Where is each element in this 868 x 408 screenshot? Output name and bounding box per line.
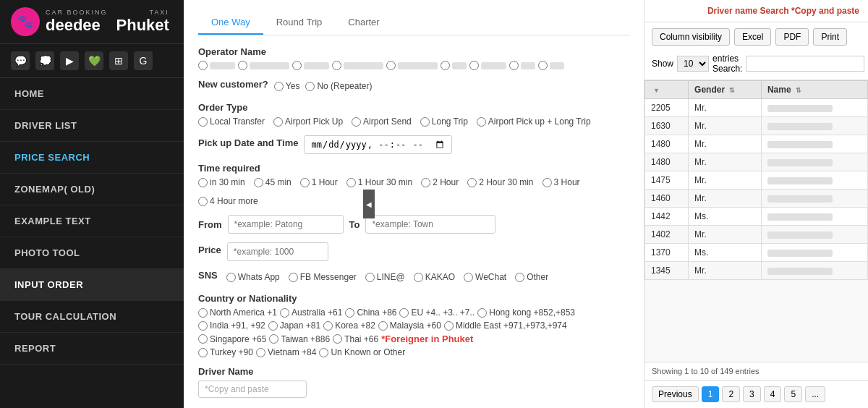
table-row: 1442Ms. <box>645 208 868 226</box>
cell-gender: Mr. <box>689 190 762 208</box>
op-radio-9[interactable] <box>538 61 564 70</box>
op-radio-5[interactable] <box>386 61 438 70</box>
driver-name-input[interactable] <box>198 381 307 398</box>
op-radio-2[interactable] <box>238 61 289 70</box>
time-2hr[interactable]: 2 Hour <box>421 177 459 187</box>
country-taiwan[interactable]: Taiwan +886 <box>269 334 330 344</box>
country-eu[interactable]: EU +4.. +3.. +7.. <box>399 307 475 318</box>
sidebar-item-tour-calculation[interactable]: TOUR CALCULATION <box>0 301 184 333</box>
order-airport-pickup[interactable]: Airport Pick Up <box>273 116 343 127</box>
prev-button[interactable]: Previous <box>652 386 699 402</box>
country-malaysia[interactable]: Malaysia +60 <box>378 320 441 331</box>
page-3-button[interactable]: 3 <box>743 386 761 402</box>
col-sort[interactable]: ▼ <box>645 81 689 99</box>
cell-gender: Ms. <box>689 244 762 262</box>
time-2hr30[interactable]: 2 Hour 30 min <box>467 177 533 187</box>
order-long-trip[interactable]: Long Trip <box>420 116 468 127</box>
page-4-button[interactable]: 4 <box>764 386 782 402</box>
sort-arrow-icon: ▼ <box>653 87 660 94</box>
time-1hr30[interactable]: 1 Hour 30 min <box>346 177 412 187</box>
table-search-input[interactable] <box>746 56 864 72</box>
sns-wechat[interactable]: WeChat <box>464 272 506 282</box>
country-middle-east[interactable]: Middle East +971,+973,+974 <box>444 320 567 331</box>
order-local[interactable]: Local Transfer <box>198 116 265 127</box>
op-radio-6[interactable] <box>441 61 467 70</box>
whatsapp-icon[interactable]: 💬 <box>11 51 30 70</box>
col-gender[interactable]: Gender ⇅ <box>689 81 762 99</box>
country-china[interactable]: China +86 <box>345 307 396 318</box>
messenger-icon[interactable]: 💭 <box>35 51 54 70</box>
price-input[interactable] <box>227 242 328 261</box>
order-airport-long[interactable]: Airport Pick up + Long Trip <box>477 116 591 127</box>
country-thai[interactable]: Thai +66 <box>333 334 378 344</box>
country-australia[interactable]: Australia +61 <box>280 307 342 318</box>
order-airport-send[interactable]: Airport Send <box>352 116 412 127</box>
table-row: 2205Mr. <box>645 99 868 117</box>
time-30min[interactable]: in 30 min <box>198 177 245 187</box>
time-45min[interactable]: 45 min <box>254 177 292 187</box>
wechat-icon[interactable]: 💚 <box>85 51 103 70</box>
time-3hr[interactable]: 3 Hour <box>542 177 580 187</box>
sns-line[interactable]: LINE@ <box>365 272 405 282</box>
op-radio-8[interactable] <box>509 61 535 70</box>
column-visibility-button[interactable]: Column visibility <box>652 28 730 46</box>
entries-select[interactable]: 10 25 50 <box>677 56 709 72</box>
op-radio-1[interactable] <box>198 61 235 70</box>
country-singapore[interactable]: Singapore +65 <box>198 334 266 344</box>
from-to-row: From To <box>198 215 629 234</box>
page-2-button[interactable]: 2 <box>722 386 740 402</box>
sns-whatsapp[interactable]: Whats App <box>226 272 280 282</box>
cell-gender: Mr. <box>689 262 762 280</box>
new-customer-yes[interactable]: Yes <box>274 81 300 91</box>
country-japan[interactable]: Japan +81 <box>268 320 320 331</box>
tab-one-way[interactable]: One Way <box>198 11 263 35</box>
to-input[interactable] <box>365 215 495 234</box>
youtube-icon[interactable]: ▶ <box>60 51 79 70</box>
cell-name <box>761 208 867 226</box>
country-vietnam[interactable]: Vietnam +84 <box>256 347 317 357</box>
windows-icon[interactable]: ⊞ <box>109 51 128 70</box>
country-hk[interactable]: Hong kong +852,+853 <box>477 307 575 318</box>
sns-other[interactable]: Other <box>515 272 548 282</box>
print-button[interactable]: Print <box>813 28 847 46</box>
page-5-button[interactable]: 5 <box>784 386 802 402</box>
show-label: Show <box>652 59 673 69</box>
logo-phuket: Phuket <box>116 17 169 34</box>
col-name[interactable]: Name ⇅ <box>761 81 867 99</box>
country-turkey[interactable]: Turkey +90 <box>198 347 253 357</box>
page-1-button[interactable]: 1 <box>702 386 720 402</box>
pickup-datetime-input[interactable] <box>304 135 452 154</box>
sidebar-item-report[interactable]: REPORT <box>0 333 184 365</box>
right-panel-toolbar: Column visibility Excel PDF Print Show 1… <box>644 22 868 80</box>
country-unknown[interactable]: Un Known or Other <box>319 347 405 357</box>
op-radio-3[interactable] <box>292 61 329 70</box>
collapse-sidebar-button[interactable]: ◀ <box>363 190 375 218</box>
time-1hr[interactable]: 1 Hour <box>300 177 338 187</box>
sidebar-item-price-search[interactable]: PRICE SEARCH <box>0 142 184 174</box>
new-customer-no[interactable]: No (Repeater) <box>305 81 372 91</box>
social-icons-bar: 💬 💭 ▶ 💚 ⊞ G <box>0 44 184 78</box>
time-4hr[interactable]: 4 Hour more <box>198 196 258 206</box>
country-north-america[interactable]: North America +1 <box>198 307 277 318</box>
sidebar-item-input-order[interactable]: INPUT ORDER <box>0 269 184 301</box>
tab-charter[interactable]: Charter <box>335 11 392 35</box>
ellipsis-button[interactable]: ... <box>805 386 825 402</box>
google-icon[interactable]: G <box>134 51 153 70</box>
sns-fb[interactable]: FB Messenger <box>289 272 357 282</box>
op-radio-7[interactable] <box>469 61 506 70</box>
sidebar-item-example-text[interactable]: EXAMPLE TEXT <box>0 205 184 237</box>
from-input[interactable] <box>228 215 344 234</box>
country-india[interactable]: India +91, +92 <box>198 320 265 331</box>
country-korea[interactable]: Korea +82 <box>323 320 375 331</box>
sidebar-item-home[interactable]: HOME <box>0 78 184 110</box>
sidebar-item-zonemap[interactable]: ZONEMAP( OLD) <box>0 174 184 205</box>
op-radio-4[interactable] <box>332 61 383 70</box>
sidebar-item-driver-list[interactable]: DRIVER LIST <box>0 110 184 142</box>
sns-kakao[interactable]: KAKAO <box>414 272 455 282</box>
tab-round-trip[interactable]: Round Trip <box>263 11 336 35</box>
sidebar-item-photo-tool[interactable]: PHOTO TOOL <box>0 237 184 269</box>
excel-button[interactable]: Excel <box>734 28 771 46</box>
pdf-button[interactable]: PDF <box>775 28 809 46</box>
table-row: 1480Mr. <box>645 153 868 171</box>
time-required-row: Time required in 30 min 45 min 1 Hour 1 … <box>198 163 629 206</box>
